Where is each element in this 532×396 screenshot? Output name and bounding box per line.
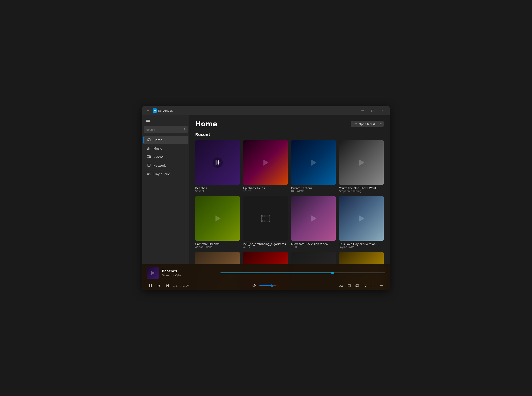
sidebar-label-home: Home xyxy=(153,138,162,142)
titlebar: ← Screenbox — □ ✕ xyxy=(142,106,390,115)
search-input[interactable] xyxy=(146,128,182,131)
svg-rect-27 xyxy=(262,220,263,222)
pause-button[interactable] xyxy=(147,282,154,290)
sidebar-item-videos[interactable]: Videos xyxy=(143,153,188,161)
media-sub-youwant: Stephanie Tarling xyxy=(339,190,384,193)
player-total-time: 2:06 xyxy=(183,284,189,287)
media-card-youwant[interactable]: You're the One That I Want Stephanie Tar… xyxy=(339,140,384,193)
player-title: Beaches xyxy=(162,269,217,273)
player-info: Beaches Savant – Vybz xyxy=(162,269,217,277)
close-button[interactable]: ✕ xyxy=(377,107,387,114)
shuffle-button[interactable] xyxy=(337,282,345,290)
media-name-poly: Campfire Dreams xyxy=(195,242,240,245)
progress-fill xyxy=(220,273,333,273)
main-content: Home Open file(s) ▾ Recent ⏸ Beaches Sav… xyxy=(189,115,390,290)
sidebar-item-playqueue[interactable]: Play queue xyxy=(143,170,188,178)
svg-marker-31 xyxy=(311,215,317,221)
player-artist: Savant – Vybz xyxy=(162,274,217,277)
progress-thumb xyxy=(331,272,334,274)
volume-button[interactable] xyxy=(250,282,258,290)
prev-button[interactable] xyxy=(155,282,163,290)
volume-bar[interactable] xyxy=(259,285,277,286)
next-button[interactable] xyxy=(164,282,171,290)
media-name-youwant: You're the One That I Want xyxy=(339,186,384,190)
playing-overlay: ⏸ xyxy=(195,140,240,185)
open-files-main[interactable]: Open file(s) xyxy=(351,121,378,127)
player-time: 1:27 xyxy=(173,284,179,287)
media-name-beaches: Beaches xyxy=(195,186,240,190)
network-icon xyxy=(147,163,151,168)
app-name: Screenbox xyxy=(158,109,358,112)
svg-rect-26 xyxy=(269,215,269,216)
svg-rect-41 xyxy=(158,284,158,287)
svg-rect-29 xyxy=(267,220,267,222)
media-card-ms365[interactable]: Microsoft 365 Vision Video 1:30 xyxy=(291,196,336,249)
back-button[interactable]: ← xyxy=(145,108,151,114)
player-progress-container xyxy=(220,273,385,273)
media-thumb-thislove xyxy=(339,196,384,241)
playqueue-icon xyxy=(147,172,151,176)
player-bar: Beaches Savant – Vybz xyxy=(142,264,390,290)
sidebar-item-music[interactable]: Music xyxy=(143,145,188,152)
open-files-label: Open file(s) xyxy=(359,122,375,126)
media-sub-beaches: Savant xyxy=(195,190,240,193)
sidebar-label-videos: Videos xyxy=(153,155,164,159)
repeat-button[interactable] xyxy=(345,282,353,290)
svg-rect-2 xyxy=(146,120,150,121)
app-window: ← Screenbox — □ ✕ xyxy=(142,106,390,290)
svg-rect-9 xyxy=(147,164,150,166)
sidebar-label-playqueue: Play queue xyxy=(153,172,170,176)
player-time-sep: / xyxy=(181,284,181,287)
progress-bar[interactable] xyxy=(220,273,385,273)
player-controls: 1:27 / 2:06 xyxy=(147,282,385,290)
recent-section-title: Recent xyxy=(195,132,384,137)
media-thumb-dream xyxy=(291,140,336,185)
minimize-button[interactable]: — xyxy=(358,107,368,114)
cast-button[interactable] xyxy=(353,282,361,290)
fullscreen-button[interactable] xyxy=(370,282,377,290)
svg-marker-32 xyxy=(359,215,364,221)
svg-point-50 xyxy=(382,285,383,286)
svg-marker-0 xyxy=(154,110,156,112)
more-button[interactable] xyxy=(378,282,385,290)
sidebar-item-network[interactable]: Network xyxy=(143,162,188,170)
media-card-dream[interactable]: Dream Lantern RADWIMPS xyxy=(291,140,336,193)
videos-icon xyxy=(147,155,151,159)
media-name-thislove: This Love (Taylor's Version) xyxy=(339,242,384,245)
sidebar-item-home[interactable]: Home xyxy=(143,136,188,144)
svg-marker-18 xyxy=(359,160,364,166)
svg-rect-3 xyxy=(146,121,150,122)
hamburger-button[interactable] xyxy=(144,116,152,124)
media-thumb-video223 xyxy=(243,196,288,241)
miniplayer-button[interactable] xyxy=(362,282,369,290)
svg-marker-16 xyxy=(263,160,269,166)
svg-rect-1 xyxy=(146,119,150,119)
svg-rect-8 xyxy=(147,156,150,158)
media-sub-thislove: Taylor Swift xyxy=(339,245,384,249)
player-buttons: 1:27 / 2:06 xyxy=(147,282,190,290)
sidebar: Home Music Videos Network xyxy=(142,115,189,290)
media-name-video223: 223_hd_embracing_algorithms xyxy=(243,242,288,245)
svg-rect-38 xyxy=(149,284,150,287)
media-card-poly[interactable]: Campfire Dreams Adrian Talens xyxy=(195,196,240,249)
media-name-epiphany: Epiphany Fields xyxy=(243,186,288,190)
svg-rect-21 xyxy=(261,216,270,217)
svg-marker-40 xyxy=(158,284,160,287)
media-card-beaches[interactable]: ⏸ Beaches Savant xyxy=(195,140,240,193)
svg-rect-25 xyxy=(267,215,267,216)
media-card-thislove[interactable]: This Love (Taylor's Version) Taylor Swif… xyxy=(339,196,384,249)
maximize-button[interactable]: □ xyxy=(368,107,377,114)
open-files-dropdown[interactable]: ▾ xyxy=(378,121,384,127)
media-card-video223[interactable]: 223_hd_embracing_algorithms 40:12 xyxy=(243,196,288,249)
media-card-epiphany[interactable]: Epiphany Fields scntfc xyxy=(243,140,288,193)
svg-point-48 xyxy=(380,285,381,286)
svg-marker-42 xyxy=(166,284,168,287)
media-name-ms365: Microsoft 365 Vision Video xyxy=(291,242,336,245)
media-thumb-epiphany xyxy=(243,140,288,185)
page-title: Home xyxy=(195,120,217,128)
media-sub-poly: Adrian Talens xyxy=(195,245,240,249)
player-extra-buttons xyxy=(337,282,385,290)
sidebar-label-music: Music xyxy=(153,147,162,150)
svg-line-5 xyxy=(185,130,185,131)
volume-thumb xyxy=(271,284,273,287)
